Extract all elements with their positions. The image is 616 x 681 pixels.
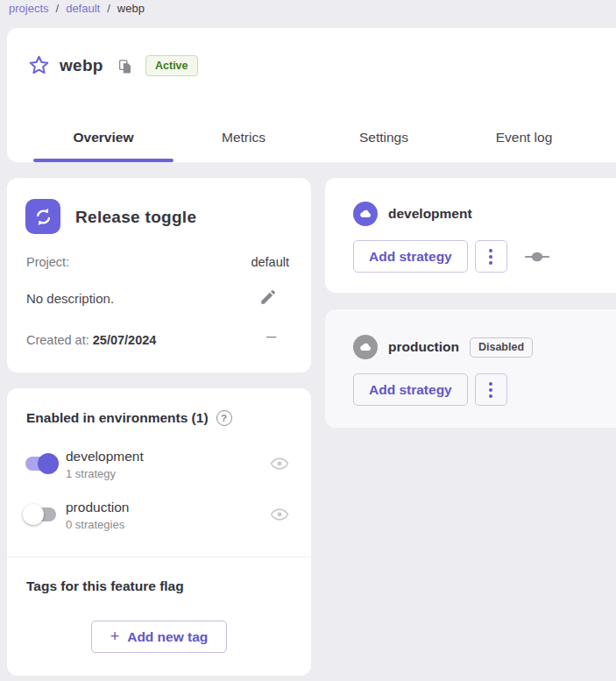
tab-event-log[interactable]: Event log [454, 113, 594, 162]
cloud-icon [353, 202, 378, 226]
breadcrumb-default[interactable]: default [66, 2, 100, 15]
project-value: default [251, 255, 289, 269]
environment-row-development: development 1 strategy [7, 448, 311, 488]
add-strategy-button[interactable]: Add strategy [353, 240, 468, 273]
environment-name: development [66, 449, 144, 465]
tab-bar: Overview Metrics Settings Event log [33, 113, 594, 162]
add-new-tag-label: Add new tag [127, 629, 208, 645]
development-environment-card: development Add strategy [325, 178, 616, 293]
kebab-menu-button[interactable] [475, 373, 507, 406]
status-badge: Active [145, 55, 198, 76]
environments-card: Enabled in environments (1) ? developmen… [7, 388, 311, 676]
development-card-actions: Add strategy [353, 240, 549, 273]
environments-title-row: Enabled in environments (1) ? [26, 410, 232, 426]
tab-overview[interactable]: Overview [33, 113, 173, 162]
created-at-row: Created at:25/07/2024 [26, 333, 156, 347]
plus-icon: + [110, 628, 120, 646]
feature-meta-card: Release toggle Project: default No descr… [7, 178, 311, 372]
environment-card-name: production [388, 339, 459, 355]
production-environment-card: production Disabled Add strategy [325, 309, 616, 428]
add-new-tag-button[interactable]: + Add new tag [91, 621, 227, 653]
tab-settings[interactable]: Settings [314, 113, 454, 162]
environment-card-name: development [388, 206, 472, 222]
feature-type-label: Release toggle [75, 208, 196, 227]
breadcrumb-separator: / [107, 2, 110, 15]
copy-name-icon[interactable] [117, 59, 133, 74]
breadcrumb-current: webp [117, 2, 145, 15]
production-card-header: production Disabled [353, 335, 533, 359]
favorite-star-icon[interactable] [27, 53, 51, 77]
environments-title: Enabled in environments (1) [26, 410, 209, 426]
eye-icon[interactable] [270, 454, 289, 473]
cloud-icon [353, 335, 378, 359]
created-at-label: Created at: [26, 333, 89, 347]
project-label: Project: [26, 255, 69, 269]
environment-row-production: production 0 strategies [7, 499, 311, 539]
production-card-actions: Add strategy [353, 373, 507, 406]
environment-strategy-count: 1 strategy [66, 467, 116, 480]
created-at-value: 25/07/2024 [93, 333, 157, 347]
help-icon[interactable]: ? [216, 410, 232, 426]
kebab-menu-button[interactable] [475, 240, 507, 273]
disabled-badge: Disabled [470, 337, 533, 358]
feature-header-card: webp Active Overview Metrics Settings Ev… [7, 28, 616, 162]
tab-metrics[interactable]: Metrics [173, 113, 314, 162]
development-toggle[interactable] [23, 453, 59, 474]
release-toggle-icon [25, 199, 60, 234]
description-text: No description. [26, 291, 114, 306]
app-root: projects / default / webp webp Active Ov… [0, 0, 616, 681]
toggle-thumb [23, 504, 44, 525]
lifecycle-stage-icon[interactable] [525, 252, 549, 262]
edit-description-icon[interactable] [258, 287, 278, 307]
tags-title: Tags for this feature flag [26, 578, 184, 594]
breadcrumb: projects / default / webp [9, 1, 145, 16]
active-tab-indicator [33, 159, 173, 162]
environment-name: production [66, 500, 129, 515]
breadcrumb-projects[interactable]: projects [9, 2, 49, 15]
page-title: webp [60, 56, 103, 75]
toggle-thumb [38, 453, 59, 474]
minus-icon[interactable]: – [266, 326, 276, 346]
section-divider [7, 557, 311, 557]
development-card-header: development [353, 202, 472, 226]
eye-icon[interactable] [270, 505, 289, 524]
production-toggle[interactable] [23, 504, 59, 525]
breadcrumb-separator: / [56, 2, 60, 15]
add-strategy-button[interactable]: Add strategy [353, 373, 468, 406]
environment-strategy-count: 0 strategies [66, 518, 124, 531]
